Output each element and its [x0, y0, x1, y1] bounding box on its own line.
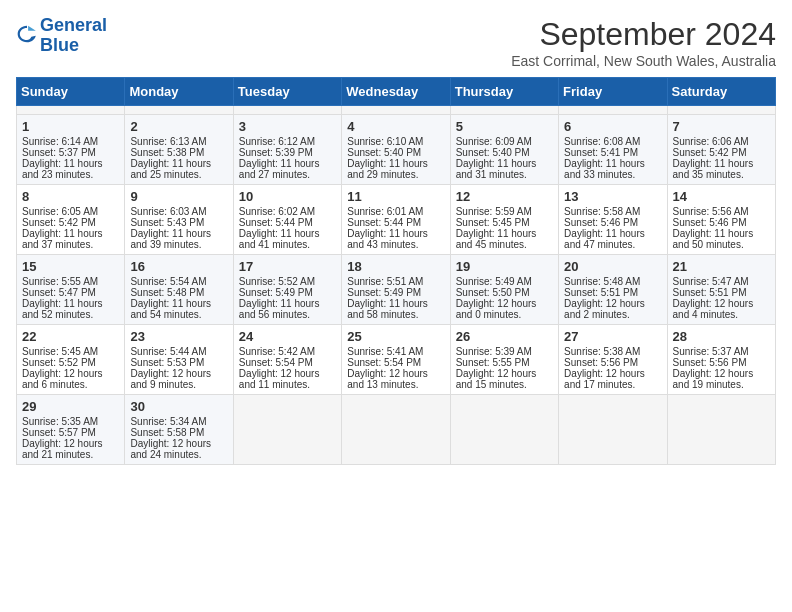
- table-row: [233, 106, 341, 115]
- table-row: 23 Sunrise: 5:44 AM Sunset: 5:53 PM Dayl…: [125, 325, 233, 395]
- table-row: [233, 395, 341, 465]
- table-row: 18 Sunrise: 5:51 AM Sunset: 5:49 PM Dayl…: [342, 255, 450, 325]
- table-row: 12 Sunrise: 5:59 AM Sunset: 5:45 PM Dayl…: [450, 185, 558, 255]
- table-row: 21 Sunrise: 5:47 AM Sunset: 5:51 PM Dayl…: [667, 255, 775, 325]
- col-tuesday: Tuesday: [233, 78, 341, 106]
- location: East Corrimal, New South Wales, Australi…: [511, 53, 776, 69]
- table-row: [450, 106, 558, 115]
- table-row: [667, 106, 775, 115]
- table-row: [342, 395, 450, 465]
- table-row: 13 Sunrise: 5:58 AM Sunset: 5:46 PM Dayl…: [559, 185, 667, 255]
- logo: General Blue: [16, 16, 107, 56]
- page-header: General Blue September 2024 East Corrima…: [16, 16, 776, 69]
- table-row: 2 Sunrise: 6:13 AM Sunset: 5:38 PM Dayli…: [125, 115, 233, 185]
- table-row: [125, 106, 233, 115]
- table-row: 14 Sunrise: 5:56 AM Sunset: 5:46 PM Dayl…: [667, 185, 775, 255]
- table-row: 20 Sunrise: 5:48 AM Sunset: 5:51 PM Dayl…: [559, 255, 667, 325]
- col-sunday: Sunday: [17, 78, 125, 106]
- col-thursday: Thursday: [450, 78, 558, 106]
- logo-line1: General: [40, 15, 107, 35]
- table-row: 22 Sunrise: 5:45 AM Sunset: 5:52 PM Dayl…: [17, 325, 125, 395]
- table-row: 25 Sunrise: 5:41 AM Sunset: 5:54 PM Dayl…: [342, 325, 450, 395]
- table-row: 19 Sunrise: 5:49 AM Sunset: 5:50 PM Dayl…: [450, 255, 558, 325]
- col-saturday: Saturday: [667, 78, 775, 106]
- logo-text: General Blue: [40, 16, 107, 56]
- table-row: [667, 395, 775, 465]
- col-wednesday: Wednesday: [342, 78, 450, 106]
- table-row: 29 Sunrise: 5:35 AM Sunset: 5:57 PM Dayl…: [17, 395, 125, 465]
- table-row: 24 Sunrise: 5:42 AM Sunset: 5:54 PM Dayl…: [233, 325, 341, 395]
- calendar-table: Sunday Monday Tuesday Wednesday Thursday…: [16, 77, 776, 465]
- col-monday: Monday: [125, 78, 233, 106]
- table-row: 6 Sunrise: 6:08 AM Sunset: 5:41 PM Dayli…: [559, 115, 667, 185]
- table-row: 27 Sunrise: 5:38 AM Sunset: 5:56 PM Dayl…: [559, 325, 667, 395]
- table-row: 5 Sunrise: 6:09 AM Sunset: 5:40 PM Dayli…: [450, 115, 558, 185]
- table-row: 30 Sunrise: 5:34 AM Sunset: 5:58 PM Dayl…: [125, 395, 233, 465]
- col-friday: Friday: [559, 78, 667, 106]
- table-row: 7 Sunrise: 6:06 AM Sunset: 5:42 PM Dayli…: [667, 115, 775, 185]
- table-row: 8 Sunrise: 6:05 AM Sunset: 5:42 PM Dayli…: [17, 185, 125, 255]
- calendar-header-row: Sunday Monday Tuesday Wednesday Thursday…: [17, 78, 776, 106]
- table-row: [342, 106, 450, 115]
- title-block: September 2024 East Corrimal, New South …: [511, 16, 776, 69]
- table-row: 1 Sunrise: 6:14 AM Sunset: 5:37 PM Dayli…: [17, 115, 125, 185]
- table-row: [17, 106, 125, 115]
- table-row: 9 Sunrise: 6:03 AM Sunset: 5:43 PM Dayli…: [125, 185, 233, 255]
- table-row: 26 Sunrise: 5:39 AM Sunset: 5:55 PM Dayl…: [450, 325, 558, 395]
- table-row: 4 Sunrise: 6:10 AM Sunset: 5:40 PM Dayli…: [342, 115, 450, 185]
- table-row: 16 Sunrise: 5:54 AM Sunset: 5:48 PM Dayl…: [125, 255, 233, 325]
- table-row: 10 Sunrise: 6:02 AM Sunset: 5:44 PM Dayl…: [233, 185, 341, 255]
- logo-icon: [16, 23, 38, 45]
- table-row: [559, 395, 667, 465]
- month-title: September 2024: [511, 16, 776, 53]
- table-row: [450, 395, 558, 465]
- logo-line2: Blue: [40, 35, 79, 55]
- table-row: 3 Sunrise: 6:12 AM Sunset: 5:39 PM Dayli…: [233, 115, 341, 185]
- table-row: [559, 106, 667, 115]
- table-row: 17 Sunrise: 5:52 AM Sunset: 5:49 PM Dayl…: [233, 255, 341, 325]
- table-row: 28 Sunrise: 5:37 AM Sunset: 5:56 PM Dayl…: [667, 325, 775, 395]
- table-row: 15 Sunrise: 5:55 AM Sunset: 5:47 PM Dayl…: [17, 255, 125, 325]
- table-row: 11 Sunrise: 6:01 AM Sunset: 5:44 PM Dayl…: [342, 185, 450, 255]
